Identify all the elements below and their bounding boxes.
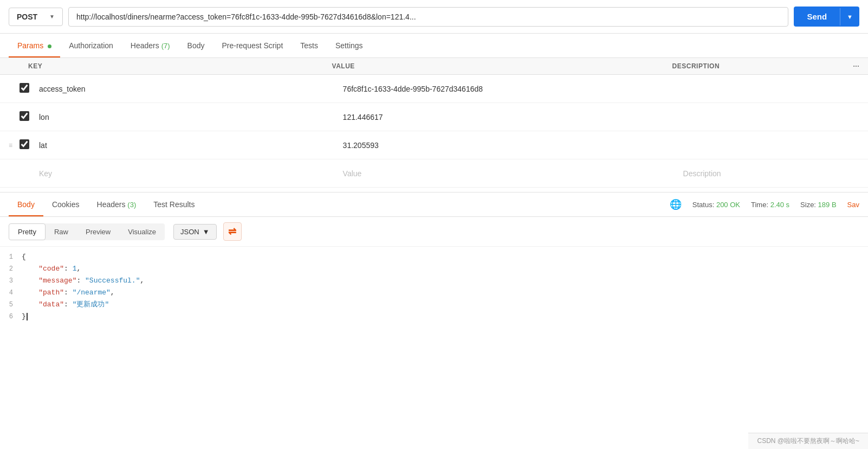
method-chevron-icon: ▼	[49, 14, 55, 20]
time-value: 2.40 s	[770, 201, 789, 209]
code-line-5: 5 "data": "更新成功"	[0, 299, 868, 311]
code-line-1: 1 {	[0, 251, 868, 263]
tab-headers[interactable]: Headers (7)	[122, 34, 179, 57]
format-bar: Pretty Raw Preview Visualize JSON ▼ ⇌	[0, 217, 868, 247]
wrap-button[interactable]: ⇌	[223, 222, 242, 241]
request-tabs: Params Authorization Headers (7) Body Pr…	[0, 34, 868, 58]
param-key-3: lat	[39, 141, 343, 150]
code-line-2: 2 "code": 1,	[0, 263, 868, 275]
headers-badge: (7)	[161, 42, 170, 50]
globe-icon[interactable]: 🌐	[670, 198, 682, 210]
line-content-3: "message": "Successful.",	[22, 275, 868, 287]
line-num-5: 5	[0, 299, 22, 310]
param-value-3: 31.205593	[343, 141, 683, 150]
type-chevron-icon: ▼	[203, 228, 210, 236]
param-checkbox-3[interactable]	[20, 139, 34, 151]
params-dot	[48, 44, 51, 48]
param-row-1: ≡ access_token 76fc8f1c-1633-4dde-995b-7…	[0, 75, 868, 103]
empty-key[interactable]: Key	[39, 169, 343, 178]
empty-desc[interactable]: Description	[683, 169, 859, 178]
line-content-1: {	[22, 251, 868, 263]
format-raw-button[interactable]: Raw	[46, 223, 77, 240]
desc-column-header: DESCRIPTION	[672, 62, 843, 70]
code-line-6: 6 }	[0, 311, 868, 323]
key-column-header: KEY	[9, 62, 332, 70]
tab-settings[interactable]: Settings	[327, 34, 372, 57]
line-num-1: 1	[0, 252, 22, 262]
response-tab-headers[interactable]: Headers (3)	[88, 193, 145, 216]
param-value-1: 76fc8f1c-1633-4dde-995b-7627d34616d8	[343, 85, 683, 93]
tab-tests[interactable]: Tests	[292, 34, 327, 57]
line-content-5: "data": "更新成功"	[22, 299, 868, 311]
param-empty-row: ≡ Key Value Description	[0, 159, 868, 188]
format-preview-button[interactable]: Preview	[77, 223, 119, 240]
send-dropdown-icon[interactable]: ▼	[840, 8, 859, 25]
response-tab-body[interactable]: Body	[9, 193, 43, 216]
type-select[interactable]: JSON ▼	[173, 224, 217, 240]
send-button[interactable]: Send ▼	[794, 7, 859, 27]
param-checkbox-1[interactable]	[20, 83, 34, 94]
tab-body[interactable]: Body	[179, 34, 213, 57]
line-num-4: 4	[0, 287, 22, 298]
status-label: Status: 200 OK	[692, 201, 740, 209]
value-column-header: VALUE	[332, 62, 672, 70]
code-area: 1 { 2 "code": 1, 3 "message": "Successfu…	[0, 247, 868, 328]
time-label: Time: 2.40 s	[751, 201, 789, 209]
size-value: 189 B	[818, 201, 837, 209]
params-table-header: KEY VALUE DESCRIPTION ···	[0, 58, 868, 75]
drag-handle-3[interactable]: ≡	[9, 142, 17, 149]
tab-prerequest[interactable]: Pre-request Script	[213, 34, 292, 57]
status-value: 200 OK	[716, 201, 740, 209]
format-group: Pretty Raw Preview Visualize	[9, 223, 165, 240]
method-select[interactable]: POST ▼	[9, 8, 63, 26]
code-line-3: 3 "message": "Successful.",	[0, 275, 868, 287]
response-tab-cookies[interactable]: Cookies	[43, 193, 88, 216]
line-content-4: "path": "/nearme",	[22, 287, 868, 299]
save-response-button[interactable]: Sav	[847, 201, 859, 209]
tab-params[interactable]: Params	[9, 34, 60, 57]
more-options-icon[interactable]: ···	[843, 62, 859, 70]
param-key-1: access_token	[39, 85, 343, 93]
code-line-4: 4 "path": "/nearme",	[0, 287, 868, 299]
line-num-6: 6	[0, 311, 22, 322]
tab-authorization[interactable]: Authorization	[60, 34, 122, 57]
response-section: Body Cookies Headers (3) Test Results 🌐 …	[0, 192, 868, 328]
param-value-2: 121.446617	[343, 113, 683, 121]
line-num-2: 2	[0, 264, 22, 274]
send-label: Send	[794, 7, 840, 27]
line-num-3: 3	[0, 275, 22, 286]
param-row-3: ≡ lat 31.205593	[0, 131, 868, 159]
method-label: POST	[17, 12, 37, 21]
param-key-2: lon	[39, 113, 343, 121]
response-headers-badge: (3)	[127, 201, 136, 209]
wrap-icon: ⇌	[228, 226, 236, 238]
param-checkbox-2[interactable]	[20, 111, 34, 123]
format-visualize-button[interactable]: Visualize	[119, 223, 165, 240]
response-status-area: 🌐 Status: 200 OK Time: 2.40 s Size: 189 …	[670, 198, 859, 210]
empty-value[interactable]: Value	[343, 169, 683, 178]
size-label: Size: 189 B	[800, 201, 837, 209]
line-content-6: }	[22, 311, 868, 323]
line-content-2: "code": 1,	[22, 263, 868, 275]
url-bar: POST ▼ Send ▼	[0, 0, 868, 34]
param-row-2: ≡ lon 121.446617	[0, 103, 868, 131]
type-label: JSON	[180, 228, 199, 236]
format-pretty-button[interactable]: Pretty	[9, 223, 46, 240]
response-tabs: Body Cookies Headers (3) Test Results 🌐 …	[0, 193, 868, 217]
url-input[interactable]	[68, 7, 788, 27]
response-tab-testresults[interactable]: Test Results	[145, 193, 203, 216]
